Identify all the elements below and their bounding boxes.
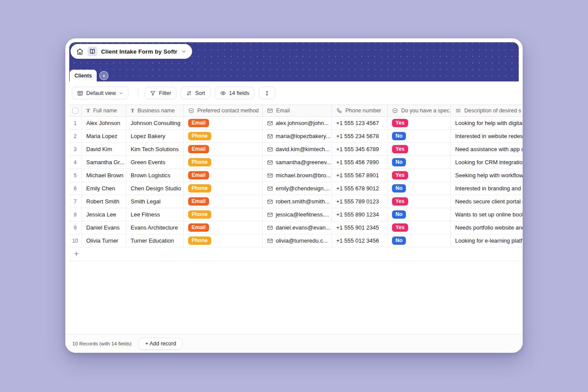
cell-description[interactable]: Wants to set up online book [451,208,523,221]
cell-contact-method[interactable]: Phone [184,130,263,142]
sort-button[interactable]: Sort [181,87,210,99]
cell-spec-project[interactable]: No [388,208,451,221]
cell-spec-project[interactable]: Yes [388,143,451,155]
cell-full-name[interactable]: Jessica Lee [82,208,126,221]
cell-spec-project[interactable]: No [388,182,451,195]
column-header-business[interactable]: T Business name [126,105,184,116]
table-row[interactable]: 10 Olivia Turner Turner Education Phone … [69,234,523,247]
cell-business-name[interactable]: Brown Logistics [126,169,184,182]
cell-description[interactable]: Looking for e-learning platf [451,234,523,247]
cell-full-name[interactable]: Michael Brown [82,169,126,182]
cell-business-name[interactable]: Johnson Consulting [126,117,184,129]
cell-spec-project[interactable]: Yes [388,117,451,129]
cell-phone-number[interactable]: +1 555 789 0123 [332,195,388,208]
cell-description[interactable]: Interested in website redesi [451,130,523,142]
cell-phone-number[interactable]: +1 555 123 4567 [332,117,388,129]
cell-business-name[interactable]: Turner Education [126,234,184,247]
cell-description[interactable]: Looking for CRM integration [451,156,523,169]
cell-phone-number[interactable]: +1 555 345 6789 [332,143,388,155]
cell-phone-number[interactable]: +1 555 901 2345 [332,221,388,234]
cell-business-name[interactable]: Lee Fitness [126,208,184,221]
cell-phone-number[interactable]: +1 555 456 7890 [332,156,388,169]
cell-email[interactable]: david.kim@kimtech... [263,143,332,155]
cell-email[interactable]: robert.smith@smith... [263,195,332,208]
cell-description[interactable]: Needs portfolio website and [451,221,523,234]
cell-description[interactable]: Need assistance with app d [451,143,523,155]
cell-business-name[interactable]: Green Events [126,156,184,169]
cell-description[interactable]: Looking for help with digital [451,117,523,129]
column-header-description[interactable]: Description of desired s [451,105,523,116]
select-all-checkbox[interactable] [72,108,78,114]
cell-description[interactable]: Needs secure client portal s [451,195,523,208]
cell-contact-method[interactable]: Phone [184,234,263,247]
cell-email[interactable]: olivia@turneredu.c... [263,234,332,247]
cell-business-name[interactable]: Lopez Bakery [126,130,184,142]
add-record-button[interactable]: + Add record [139,338,182,350]
table-row[interactable]: 9 Daniel Evans Evans Architecture Email … [69,221,523,234]
cell-phone-number[interactable]: +1 555 890 1234 [332,208,388,221]
cell-spec-project[interactable]: Yes [388,195,451,208]
cell-description[interactable]: Seeking help with workflow [451,169,523,182]
cell-full-name[interactable]: Samantha Gr... [82,156,126,169]
cell-spec-project[interactable]: No [388,130,451,142]
table-row[interactable]: 5 Michael Brown Brown Logistics Email mi… [69,169,523,182]
cell-description[interactable]: Interested in branding and l [451,182,523,195]
table-row[interactable]: 6 Emily Chen Chen Design Studio Phone em… [69,182,523,195]
cell-business-name[interactable]: Kim Tech Solutions [126,143,184,155]
cell-full-name[interactable]: Alex Johnson [82,117,126,129]
view-switcher-button[interactable]: Default view [72,87,128,99]
base-title[interactable]: Client Intake Form by Softr [101,48,177,55]
cell-email[interactable]: jessica@leefitness.... [263,208,332,221]
column-header-contact[interactable]: Preferred contact method [184,105,263,116]
cell-full-name[interactable]: Olivia Turner [82,234,126,247]
cell-spec-project[interactable]: Yes [388,169,451,182]
column-header-spec[interactable]: Do you have a spec... [388,105,451,116]
cell-full-name[interactable]: David Kim [82,143,126,155]
cell-business-name[interactable]: Evans Architecture [126,221,184,234]
cell-contact-method[interactable]: Email [184,117,263,129]
cell-contact-method[interactable]: Phone [184,182,263,195]
cell-email[interactable]: samantha@greenev... [263,156,332,169]
table-row[interactable]: 3 David Kim Kim Tech Solutions Email dav… [69,143,523,156]
add-row-button[interactable]: + [69,247,523,261]
cell-full-name[interactable]: Maria Lopez [82,130,126,142]
cell-spec-project[interactable]: No [388,156,451,169]
table-row[interactable]: 7 Robert Smith Smith Legal Email robert.… [69,195,523,208]
cell-spec-project[interactable]: No [388,234,451,247]
cell-email[interactable]: alex.johnson@john... [263,117,332,129]
add-table-button[interactable]: + [99,71,108,80]
table-row[interactable]: 4 Samantha Gr... Green Events Phone sama… [69,156,523,169]
table-row[interactable]: 2 Maria Lopez Lopez Bakery Phone maria@l… [69,130,523,143]
cell-phone-number[interactable]: +1 555 012 3456 [332,234,388,247]
cell-email[interactable]: daniel.evans@evan... [263,221,332,234]
cell-full-name[interactable]: Daniel Evans [82,221,126,234]
cell-contact-method[interactable]: Email [184,169,263,182]
cell-contact-method[interactable]: Email [184,195,263,208]
table-row[interactable]: 8 Jessica Lee Lee Fitness Phone jessica@… [69,208,523,221]
cell-business-name[interactable]: Smith Legal [126,195,184,208]
cell-phone-number[interactable]: +1 555 567 8901 [332,169,388,182]
hide-fields-button[interactable]: 14 fields [215,87,255,99]
column-header-full_name[interactable]: T Full name [82,105,126,116]
row-height-button[interactable] [259,87,275,99]
cell-business-name[interactable]: Chen Design Studio [126,182,184,195]
filter-button[interactable]: Filter [145,87,176,99]
cell-contact-method[interactable]: Phone [184,208,263,221]
cell-phone-number[interactable]: +1 555 234 5678 [332,130,388,142]
cell-full-name[interactable]: Emily Chen [82,182,126,195]
column-header-phone[interactable]: Phone number [332,105,388,116]
cell-contact-method[interactable]: Phone [184,156,263,169]
column-header-email[interactable]: Email [263,105,332,116]
cell-email[interactable]: emily@chendesign.... [263,182,332,195]
cell-email[interactable]: michael.brown@bro... [263,169,332,182]
tab-clients[interactable]: Clients [70,70,97,81]
cell-full-name[interactable]: Robert Smith [82,195,126,208]
chevron-down-icon[interactable] [181,49,186,54]
cell-contact-method[interactable]: Email [184,143,263,155]
home-icon[interactable] [76,48,84,55]
cell-email[interactable]: maria@lopezbakery... [263,130,332,142]
cell-contact-method[interactable]: Email [184,221,263,234]
table-row[interactable]: 1 Alex Johnson Johnson Consulting Email … [69,117,523,130]
cell-spec-project[interactable]: Yes [388,221,451,234]
cell-phone-number[interactable]: +1 555 678 9012 [332,182,388,195]
